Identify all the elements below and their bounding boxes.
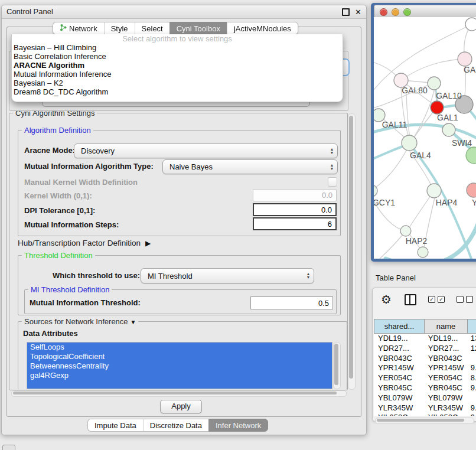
table-cell: YPR145W — [374, 363, 424, 373]
apply-button[interactable]: Apply — [160, 400, 202, 413]
mi-threshold-definition-title: MI Threshold Definition — [28, 285, 112, 294]
control-panel-titlebar[interactable]: Control Panel ✕ — [2, 5, 366, 19]
network-node[interactable] — [427, 184, 441, 198]
column-header-cut[interactable] — [468, 319, 476, 334]
algorithm-option-bayesian-k2[interactable]: Bayesian – K2 — [12, 79, 343, 87]
network-node[interactable] — [442, 123, 455, 136]
table-row[interactable]: YPR145WYPR145W9. — [374, 363, 476, 373]
data-attributes-label: Data Attributes — [23, 329, 78, 338]
manual-kernel-width-checkbox[interactable] — [328, 177, 337, 187]
network-node[interactable] — [458, 52, 472, 66]
kernel-width-input[interactable] — [253, 189, 337, 201]
network-edge — [374, 24, 472, 94]
minimize-traffic-light-icon[interactable] — [392, 8, 399, 16]
network-node[interactable] — [418, 247, 428, 257]
table-cell: 9. — [467, 383, 476, 393]
table-row[interactable]: YDR27...YDR27...12 — [374, 344, 476, 354]
mi-steps-input[interactable] — [253, 217, 337, 230]
which-threshold-select[interactable]: MI Threshold ▲▼ — [141, 268, 314, 283]
cyni-algorithm-settings-box: Cyni Algorithm Settings Algorithm Defini… — [9, 113, 348, 390]
tab-style[interactable]: Style — [104, 22, 135, 35]
tab-cyni-toolbox[interactable]: Cyni Toolbox — [169, 22, 227, 35]
select-all-columns-button[interactable]: ✓ ✓ — [428, 296, 445, 303]
gear-icon[interactable]: ⚙ — [381, 293, 392, 306]
table-row[interactable]: YDL19...YDL19...13 — [374, 334, 476, 344]
node-label-swi4: SWI4 — [452, 138, 472, 148]
column-header-shared[interactable]: shared... — [374, 319, 425, 334]
table-cell: 8. — [467, 373, 476, 383]
table-row[interactable]: YLR345WYLR345W9. — [374, 403, 476, 413]
threshold-definition-box: Threshold Definition Which threshold to … — [18, 255, 341, 315]
data-attribute-item[interactable]: BetweennessCentrality — [27, 361, 332, 371]
network-node[interactable] — [467, 183, 476, 197]
data-attribute-item[interactable]: SelfLoops — [27, 343, 332, 352]
network-node[interactable] — [400, 226, 411, 236]
network-canvas[interactable]: GALGAL80GAL10GAL1GAL11SWI4GAL4GCY1HAP4YH… — [374, 17, 476, 259]
data-attributes-list[interactable]: SelfLoopsTopologicalCoefficientBetweenne… — [27, 342, 332, 389]
zoom-traffic-light-icon[interactable] — [403, 8, 411, 16]
list-vertical-scrollbar[interactable] — [333, 342, 341, 389]
stepper-icon: ▲▼ — [327, 164, 337, 171]
algorithm-option-aracne-algorithm[interactable]: ARACNE Algorithm — [12, 61, 343, 70]
tab-network[interactable]: Network — [53, 22, 104, 35]
aracne-mode-select[interactable]: Discovery ▲▼ — [74, 144, 338, 158]
sources-title[interactable]: Sources for Network Inference▼ — [22, 317, 138, 326]
tab-impute-data[interactable]: Impute Data — [87, 419, 143, 432]
tab-select[interactable]: Select — [135, 22, 169, 35]
network-node[interactable] — [466, 147, 476, 164]
settings-horizontal-scrollbar[interactable] — [11, 390, 347, 397]
float-window-icon[interactable] — [342, 8, 350, 16]
network-edge — [380, 231, 406, 259]
tab-infer-network[interactable]: Infer Network — [208, 419, 268, 432]
hub-definition-toggle[interactable]: Hub/Transcription Factor Definition▶ — [18, 239, 151, 247]
table-panel: ⚙ ✓ ✓ shared...name YDL19...YDL19...13YD… — [372, 288, 476, 422]
table-row[interactable]: YER054CYER054C8. — [374, 373, 476, 383]
algorithm-option-dream8-dc-tdc-algorithm[interactable]: Dream8 DC_TDC Algorithm — [12, 87, 343, 96]
network-window-titlebar[interactable] — [374, 5, 476, 18]
table-row[interactable]: YBR045CYBR045C9. — [374, 383, 476, 393]
column-header-name[interactable]: name — [425, 319, 468, 334]
settings-vertical-scrollbar[interactable] — [348, 113, 356, 390]
checked-box-icon: ✓ — [438, 296, 445, 303]
algorithm-option-mutual-information-inference[interactable]: Mutual Information Inference — [12, 70, 343, 79]
tab-jactivemnodules[interactable]: jActiveMNodules — [227, 22, 298, 35]
network-edge — [410, 90, 434, 143]
dpi-tolerance-input[interactable] — [253, 203, 337, 216]
mi-steps-label: Mutual Information Steps: — [24, 220, 119, 229]
aracne-mode-label: Aracne Mode: — [24, 146, 75, 155]
algorithm-option-basic-correlation-inference[interactable]: Basic Correlation Inference — [12, 52, 343, 61]
mi-algorithm-type-select[interactable]: Naive Bayes ▲▼ — [162, 159, 338, 174]
table-horizontal-scrollbar[interactable] — [375, 418, 474, 424]
tab-bar: NetworkStyleSelectCyni ToolboxjActiveMNo… — [53, 22, 298, 35]
mi-threshold-input[interactable] — [250, 296, 333, 309]
table-cell: 12 — [467, 344, 476, 354]
table-row[interactable]: YIL052CYIL052C9 — [374, 413, 476, 416]
network-node[interactable] — [428, 77, 441, 90]
which-threshold-value: MI Threshold — [141, 272, 303, 281]
columns-icon[interactable] — [405, 294, 416, 305]
deselect-all-columns-button[interactable] — [457, 296, 473, 303]
data-attribute-item[interactable]: gal4RGexp — [27, 371, 332, 380]
table-panel-title: Table Panel — [376, 273, 416, 282]
data-attribute-item[interactable] — [27, 380, 332, 389]
data-attribute-item[interactable]: TopologicalCoefficient — [27, 352, 332, 361]
tab-discretize-data[interactable]: Discretize Data — [143, 419, 208, 432]
table-cell: YLR345W — [424, 403, 467, 413]
network-node[interactable] — [431, 101, 444, 114]
bottom-tab-bar: Impute DataDiscretize DataInfer Network — [87, 419, 268, 432]
table-cell: 9. — [467, 363, 476, 373]
table-row[interactable]: YBL079WYBL079W — [374, 393, 476, 403]
table-row[interactable]: YBR043CYBR043C — [374, 354, 476, 364]
tab-label: Infer Network — [216, 419, 261, 432]
table-cell: YDL19... — [374, 334, 424, 344]
mi-threshold-definition-box: MI Threshold Definition Mutual Informati… — [24, 289, 337, 314]
algorithm-option-bayesian-hill-climbing[interactable]: Bayesian – Hill Climbing — [12, 43, 343, 52]
cutoff-button-fragment[interactable] — [2, 445, 15, 450]
close-icon[interactable]: ✕ — [355, 9, 361, 16]
algorithm-dropdown-popup: Select algorithm to view settings Bayesi… — [11, 34, 343, 102]
algorithm-dropdown-placeholder: Select algorithm to view settings — [12, 34, 343, 43]
network-node[interactable] — [465, 18, 476, 31]
close-traffic-light-icon[interactable] — [380, 8, 387, 16]
table-cell: YDR27... — [424, 344, 467, 354]
network-node[interactable] — [402, 135, 417, 151]
